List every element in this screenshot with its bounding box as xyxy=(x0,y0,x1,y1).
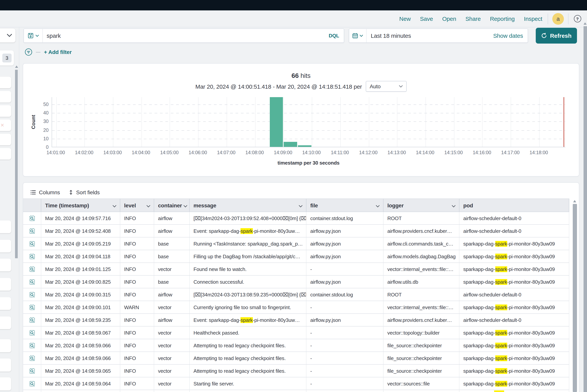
chevron-down-icon[interactable] xyxy=(184,202,187,208)
sort-fields-button[interactable]: Sort fields xyxy=(68,189,100,196)
sidebar-field-card[interactable] xyxy=(0,278,11,291)
expand-document-button[interactable] xyxy=(23,314,41,326)
cell-container: vector xyxy=(154,326,190,339)
table-row[interactable]: Mar 20, 2024 @ 14:08:59.066INFOvectorAtt… xyxy=(23,352,569,365)
table-row[interactable]: Mar 20, 2024 @ 14:09:00.825INFObaseConne… xyxy=(23,276,569,288)
search-input[interactable] xyxy=(43,32,324,39)
nav-share[interactable]: Share xyxy=(466,16,480,22)
expand-document-button[interactable] xyxy=(23,365,41,377)
cell-empty xyxy=(154,390,190,392)
nav-reporting[interactable]: Reporting xyxy=(490,16,514,22)
table-toolbar: Columns Sort fields xyxy=(30,188,100,196)
sidebar-field-card[interactable] xyxy=(0,358,11,372)
sidebar-field-card[interactable] xyxy=(0,339,11,352)
expand-document-button[interactable] xyxy=(23,212,41,224)
table-row[interactable]: Mar 20, 2024 @ 14:08:59.066INFOvectorAtt… xyxy=(23,339,569,352)
time-range-button[interactable]: Last 18 minutes xyxy=(366,32,493,39)
sidebar-field-card[interactable] xyxy=(0,220,11,233)
column-header-file[interactable]: file xyxy=(306,199,384,212)
expand-document-button[interactable] xyxy=(23,225,41,237)
filter-icon[interactable] xyxy=(25,48,32,56)
sidebar-divider xyxy=(19,27,19,392)
column-header-level[interactable]: level xyxy=(120,199,154,212)
table-body: Mar 20, 2024 @ 14:09:57.716INFOairflow[⌧… xyxy=(23,212,569,392)
table-row[interactable]: Mar 20, 2024 @ 14:09:05.219INFObaseRunni… xyxy=(23,238,569,250)
table-row[interactable]: Mar 20, 2024 @ 14:09:00.101WARNvectorCur… xyxy=(23,301,569,314)
column-header-container[interactable]: container xyxy=(154,199,190,212)
saved-query-menu-button[interactable] xyxy=(24,29,43,42)
table-scrollbar[interactable] xyxy=(573,204,577,392)
expand-document-button[interactable] xyxy=(23,301,41,313)
add-filter-button[interactable]: + Add filter xyxy=(44,49,72,55)
chevron-down-icon xyxy=(360,34,363,37)
table-row[interactable]: Mar 20, 2024 @ 14:09:57.716INFOairflow[⌧… xyxy=(23,212,569,225)
sidebar-scrollbar[interactable] xyxy=(15,70,18,258)
sidebar-field-card[interactable]: ✕ xyxy=(0,120,11,131)
page-scrollbar[interactable] xyxy=(584,26,587,392)
sidebar-scroll-up-arrow[interactable] xyxy=(15,66,18,68)
column-header-message[interactable]: message xyxy=(190,199,306,212)
sidebar-field-count-panel[interactable]: 3 xyxy=(0,50,14,66)
expand-document-button[interactable] xyxy=(23,276,41,288)
chevron-down-icon[interactable] xyxy=(452,202,456,208)
show-dates-button[interactable]: Show dates xyxy=(493,32,528,39)
expand-document-button[interactable] xyxy=(23,339,41,352)
header-expand-column xyxy=(23,199,41,212)
nav-inspect[interactable]: Inspect xyxy=(524,16,542,22)
x-tick-label: 14:01:00 xyxy=(42,150,69,155)
x-tick-label: 14:07:00 xyxy=(213,150,240,155)
expand-document-button[interactable] xyxy=(23,238,41,250)
sidebar-field-card[interactable] xyxy=(0,105,11,117)
expand-document-button[interactable] xyxy=(23,326,41,339)
query-language-button[interactable]: DQL xyxy=(324,33,344,38)
cell-container: airflow xyxy=(154,288,190,301)
sidebar-field-card[interactable] xyxy=(0,316,11,329)
nav-save[interactable]: Save xyxy=(420,16,433,22)
table-row[interactable]: Mar 20, 2024 @ 14:08:59.064INFOvectorSta… xyxy=(23,377,569,390)
expand-document-button[interactable] xyxy=(23,377,41,390)
column-header-logger[interactable]: logger xyxy=(384,199,460,212)
sidebar-collapse-button[interactable] xyxy=(0,28,16,42)
field-count-badge: 3 xyxy=(2,54,12,62)
y-tick-label: 0 xyxy=(46,144,48,150)
table-row[interactable]: Mar 20, 2024 @ 14:09:00.315INFOairflow[⌧… xyxy=(23,288,569,301)
refresh-button[interactable]: Refresh xyxy=(536,28,577,44)
table-row[interactable]: Mar 20, 2024 @ 14:09:04.118INFObaseFilli… xyxy=(23,250,569,263)
table-row[interactable]: Mar 20, 2024 @ 14:08:59.065INFOvectorAtt… xyxy=(23,365,569,377)
sidebar-field-card[interactable] xyxy=(0,77,11,88)
chevron-down-icon[interactable] xyxy=(376,202,380,208)
chevron-down-icon[interactable] xyxy=(299,202,302,208)
y-tick-label: 50 xyxy=(43,102,48,107)
quick-select-menu-button[interactable] xyxy=(349,29,366,42)
nav-new[interactable]: New xyxy=(399,16,411,22)
x-tick-label: 14:13:00 xyxy=(383,150,410,155)
chevron-down-icon[interactable] xyxy=(112,202,116,208)
table-row[interactable]: Mar 20, 2024 @ 14:08:59.067INFOvectorHea… xyxy=(23,326,569,339)
chevron-down-icon[interactable] xyxy=(146,202,150,208)
sidebar-field-card[interactable] xyxy=(0,91,11,102)
sidebar-field-card[interactable] xyxy=(0,259,11,271)
nav-open[interactable]: Open xyxy=(442,16,456,22)
user-avatar[interactable]: a xyxy=(552,13,564,24)
sidebar-field-card[interactable] xyxy=(0,377,11,390)
expand-document-button[interactable] xyxy=(23,250,41,262)
table-row[interactable]: Mar 20, 2024 @ 14:08:59.235INFOairflowEv… xyxy=(23,314,569,326)
columns-button[interactable]: Columns xyxy=(30,189,60,196)
page-scroll-up-arrow[interactable] xyxy=(584,22,586,25)
column-header-pod[interactable]: pod xyxy=(460,199,569,212)
table-row[interactable]: Mar 20, 2024 @ 14:09:52.408INFOairflowEv… xyxy=(23,225,569,238)
expand-document-button[interactable] xyxy=(23,263,41,275)
sidebar-field-card[interactable] xyxy=(0,134,11,145)
expand-document-button[interactable] xyxy=(23,288,41,301)
table-row[interactable]: Mar 20, 2024 @ 14:09:01.125INFOvectorFou… xyxy=(23,263,569,276)
sidebar-field-card[interactable] xyxy=(0,240,11,252)
remove-field-icon[interactable]: ✕ xyxy=(0,122,4,128)
sidebar-field-card[interactable] xyxy=(0,148,11,160)
help-button[interactable]: ? xyxy=(572,13,583,24)
column-header-time[interactable]: Time (timestamp) xyxy=(41,199,120,212)
expand-document-button[interactable] xyxy=(23,352,41,364)
sidebar-field-card[interactable] xyxy=(0,297,11,310)
cell-container: base xyxy=(154,238,190,250)
interval-select[interactable]: Auto xyxy=(366,81,406,92)
table-scroll-up-arrow[interactable] xyxy=(573,200,576,202)
